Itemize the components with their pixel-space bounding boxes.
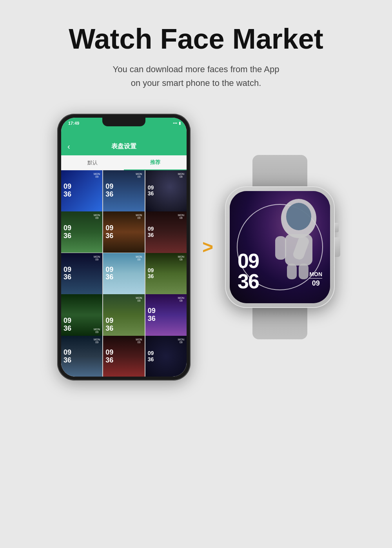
phone-tabs: 默认 推荐 — [61, 155, 187, 170]
cell-time-12: 0936 — [148, 307, 156, 323]
watch-face-cell-13[interactable]: 0936 MON09 — [61, 336, 102, 377]
cell-date-10: MON09 — [94, 328, 100, 333]
cell-date-9: MON09 — [178, 255, 184, 261]
astronaut-icon — [252, 191, 330, 281]
cell-date-5: MON09 — [136, 214, 142, 219]
watch-hours: 09 — [238, 251, 259, 271]
watch-face-cell-8[interactable]: 0936 MON09 — [103, 253, 144, 294]
phone-screen: 17:49 ▪▪▪ ▮ ‹ 表盘设置 默认 推荐 — [61, 118, 187, 377]
svg-rect-5 — [287, 264, 297, 279]
cell-time-4: 0936 — [64, 224, 71, 240]
phone-app-title: 表盘设置 — [111, 142, 136, 151]
watch-face-cell-9[interactable]: 0936 MON09 — [145, 253, 187, 294]
cell-time-7: 0936 — [64, 266, 71, 282]
cell-time-15: 0936 — [148, 350, 154, 362]
watch-face-cell-7[interactable]: 0936 MON09 — [61, 253, 102, 294]
cell-time-13: 0936 — [64, 349, 71, 364]
cell-date-3: MON09 — [178, 173, 184, 178]
cell-date-14: MON09 — [136, 338, 142, 344]
watch-face-cell-3[interactable]: 0936 MON09 — [145, 170, 187, 211]
watch-face-cell-5[interactable]: 0936 MON09 — [103, 211, 144, 253]
phone-status-bar: 17:49 ▪▪▪ ▮ — [61, 118, 187, 138]
watch-month: MON — [309, 271, 322, 277]
watch-face-grid: 0936 MON09 0936 MON09 0936 MON09 — [61, 170, 187, 377]
page-subtitle: You can download more faces from the App… — [113, 62, 279, 90]
cell-time-14: 0936 — [105, 349, 113, 364]
watch-crown — [335, 237, 340, 257]
svg-rect-6 — [299, 264, 309, 279]
cell-date-4: MON09 — [94, 214, 100, 219]
cell-date-6: MON09 — [178, 214, 184, 219]
svg-point-1 — [286, 203, 311, 230]
cell-time-5: 0936 — [105, 224, 113, 240]
cell-time-6: 0936 — [148, 226, 154, 238]
main-content: 17:49 ▪▪▪ ▮ ‹ 表盘设置 默认 推荐 — [16, 114, 376, 381]
cell-date-11: MON09 — [136, 297, 142, 302]
watch-body: 09 36 MON 09 — [225, 186, 335, 308]
watch-date-info: MON 09 — [309, 271, 322, 288]
cell-time-8: 0936 — [105, 266, 113, 282]
phone-time: 17:49 — [68, 121, 79, 126]
watch-strap-top — [252, 155, 307, 186]
phone-notch — [102, 118, 145, 126]
watch-button-top — [335, 223, 339, 232]
watch-face-cell-15[interactable]: 0936 MON09 — [145, 336, 187, 377]
phone-status-icons: ▪▪▪ ▮ — [173, 121, 181, 125]
cell-date-8: MON09 — [136, 255, 142, 261]
watch-screen: 09 36 MON 09 — [230, 191, 330, 303]
watch-face-cell-14[interactable]: 0936 MON09 — [103, 336, 144, 377]
svg-rect-3 — [275, 236, 286, 260]
cell-date-12: MON09 — [178, 297, 184, 302]
watch-face-cell-2[interactable]: 0936 MON09 — [103, 170, 144, 211]
cell-time-11: 0936 — [105, 317, 113, 333]
cell-date-2: MON09 — [136, 173, 142, 178]
tab-recommended[interactable]: 推荐 — [124, 155, 187, 170]
watch-strap-bottom — [252, 308, 307, 339]
cell-date-13: MON09 — [94, 338, 100, 344]
page-title: Watch Face Market — [69, 24, 323, 55]
arrow-indicator: > — [202, 236, 213, 258]
cell-time-10: 0936 — [64, 317, 71, 333]
cell-time-2: 0936 — [105, 183, 113, 198]
wifi-icon: ▪▪▪ — [173, 121, 177, 125]
tab-default[interactable]: 默认 — [61, 155, 124, 170]
watch-mockup: 09 36 MON 09 — [225, 155, 335, 339]
back-button[interactable]: ‹ — [67, 142, 70, 151]
watch-minutes: 36 — [238, 271, 259, 291]
watch-time-display: 09 36 — [238, 251, 259, 291]
cell-date-1: MON09 — [94, 173, 100, 178]
battery-icon: ▮ — [179, 121, 181, 125]
cell-date-7: MON09 — [94, 255, 100, 261]
cell-time-3: 0936 — [148, 185, 154, 197]
watch-face-cell-1[interactable]: 0936 MON09 — [61, 170, 102, 211]
cell-time-9: 0936 — [148, 268, 154, 280]
watch-face-cell-11[interactable]: 0936 MON09 — [103, 294, 144, 335]
watch-face-cell-12[interactable]: 0936 MON09 — [145, 294, 187, 335]
watch-face-cell-4[interactable]: 0936 MON09 — [61, 211, 102, 253]
cell-date-15: MON09 — [178, 338, 184, 344]
phone-mockup: 17:49 ▪▪▪ ▮ ‹ 表盘设置 默认 推荐 — [57, 114, 191, 381]
watch-face-cell-6[interactable]: 0936 MON09 — [145, 211, 187, 253]
watch-face-cell-10[interactable]: 0936 MON09 — [61, 294, 102, 335]
cell-time-1: 0936 — [64, 183, 71, 198]
phone-app-header: ‹ 表盘设置 — [61, 138, 187, 155]
watch-day: 09 — [309, 278, 322, 288]
